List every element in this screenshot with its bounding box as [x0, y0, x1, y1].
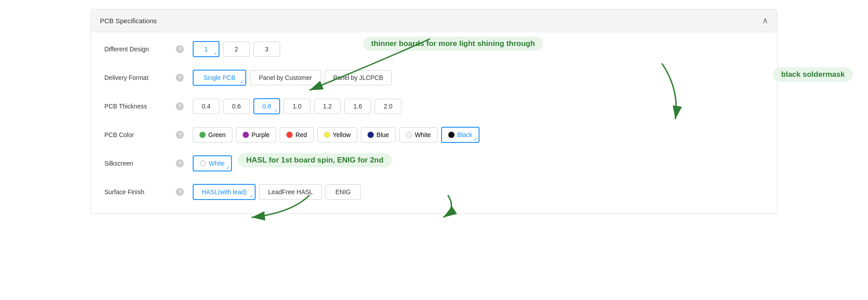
pcb-color-row: PCB Color ? Green Purple Red Yellow	[104, 127, 764, 143]
pcb-thickness-options: 0.4 0.6 0.8 1.0 1.2 1.6 2.0	[193, 98, 401, 114]
pcb-color-options: Green Purple Red Yellow Blue	[193, 127, 479, 143]
different-design-label: Different Design	[104, 46, 176, 53]
black-label: Black	[457, 131, 472, 138]
delivery-format-panel-customer[interactable]: Panel by Customer	[250, 70, 321, 85]
panel-header: PCB Specifications ∧	[91, 9, 777, 32]
blue-dot	[368, 132, 374, 138]
yellow-label: Yellow	[333, 131, 351, 138]
pcb-thickness-1-2[interactable]: 1.2	[314, 99, 341, 114]
delivery-format-options: Single PCB Panel by Customer Panel by JL…	[193, 70, 392, 86]
silkscreen-white-label: White	[209, 160, 225, 167]
pcb-thickness-0-4[interactable]: 0.4	[193, 99, 219, 114]
delivery-format-help-icon[interactable]: ?	[176, 74, 184, 82]
pcb-thickness-0-8[interactable]: 0.8	[253, 98, 280, 114]
pcb-thickness-2-0[interactable]: 2.0	[375, 99, 401, 114]
red-dot	[286, 132, 293, 138]
annotation-hasl-enig: HASL for 1st board spin, ENIG for 2nd	[238, 153, 392, 167]
pcb-color-white[interactable]: White	[399, 127, 438, 142]
surface-finish-row: Surface Finish ? HASL(with lead) LeadFre…	[104, 184, 764, 200]
pcb-thickness-1-6[interactable]: 1.6	[344, 99, 371, 114]
surface-finish-leadfree-hasl[interactable]: LeadFree HASL	[259, 184, 322, 200]
collapse-icon[interactable]: ∧	[762, 16, 768, 25]
pcb-thickness-help-icon[interactable]: ?	[176, 102, 184, 110]
different-design-help-icon[interactable]: ?	[176, 45, 184, 53]
pcb-color-blue[interactable]: Blue	[361, 127, 396, 142]
pcb-color-purple[interactable]: Purple	[236, 127, 276, 142]
pcb-color-help-icon[interactable]: ?	[176, 131, 184, 139]
pcb-color-yellow[interactable]: Yellow	[317, 127, 357, 142]
silkscreen-row: Silkscreen ? White HASL for 1st board sp…	[104, 155, 764, 171]
pcb-color-black[interactable]: Black	[441, 127, 479, 143]
red-label: Red	[295, 131, 307, 138]
pcb-thickness-label: PCB Thickness	[104, 103, 176, 110]
surface-finish-hasl-lead[interactable]: HASL(with lead)	[193, 184, 256, 200]
purple-label: Purple	[252, 131, 269, 138]
pcb-color-green[interactable]: Green	[193, 127, 232, 142]
panel-body: Different Design ? 1 2 3 thinner boards …	[91, 32, 777, 213]
surface-finish-enig[interactable]: ENIG	[325, 184, 361, 200]
white-dot	[406, 132, 412, 138]
green-label: Green	[208, 131, 226, 138]
surface-finish-options: HASL(with lead) LeadFree HASL ENIG	[193, 184, 361, 200]
surface-finish-label: Surface Finish	[104, 188, 176, 196]
surface-finish-help-icon[interactable]: ?	[176, 188, 184, 196]
delivery-format-row: Delivery Format ? Single PCB Panel by Cu…	[104, 70, 764, 86]
pcb-thickness-row: PCB Thickness ? 0.4 0.6 0.8 1.0 1.2 1.6 …	[104, 98, 764, 114]
delivery-format-panel-jlcpcb[interactable]: Panel by JLCPCB	[325, 70, 392, 85]
pcb-thickness-0-6[interactable]: 0.6	[223, 99, 250, 114]
different-design-options: 1 2 3	[193, 41, 280, 57]
annotation-black-soldermask: black soldermask	[773, 67, 853, 82]
silkscreen-white-dot	[200, 160, 206, 167]
pcb-thickness-1-0[interactable]: 1.0	[284, 99, 310, 114]
silkscreen-options: White	[193, 155, 232, 171]
pcb-color-label: PCB Color	[104, 131, 176, 138]
annotation-thinner-boards: thinner boards for more light shining th…	[363, 37, 543, 51]
different-design-option-3[interactable]: 3	[253, 42, 280, 57]
yellow-dot	[324, 132, 330, 138]
different-design-row: Different Design ? 1 2 3 thinner boards …	[104, 41, 764, 57]
pcb-specifications-panel: PCB Specifications ∧ Different Design ? …	[91, 9, 777, 214]
pcb-color-red[interactable]: Red	[280, 127, 314, 142]
black-dot	[448, 132, 455, 138]
green-dot	[199, 132, 206, 138]
delivery-format-single-pcb[interactable]: Single PCB	[193, 70, 246, 86]
delivery-format-label: Delivery Format	[104, 74, 176, 81]
silkscreen-white[interactable]: White	[193, 155, 232, 171]
different-design-option-2[interactable]: 2	[223, 42, 250, 57]
purple-dot	[243, 132, 249, 138]
white-label: White	[415, 131, 431, 138]
blue-label: Blue	[376, 131, 389, 138]
silkscreen-label: Silkscreen	[104, 160, 176, 167]
different-design-option-1[interactable]: 1	[193, 41, 219, 57]
silkscreen-help-icon[interactable]: ?	[176, 159, 184, 167]
panel-title: PCB Specifications	[100, 17, 157, 25]
